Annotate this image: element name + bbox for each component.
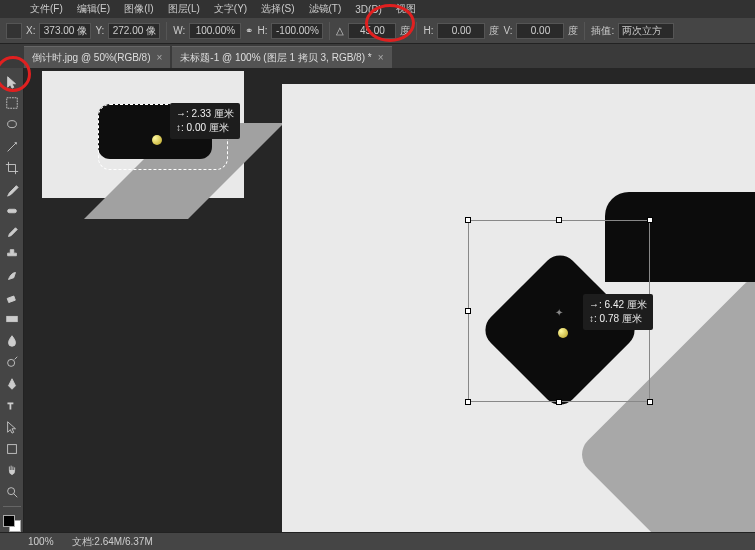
handle-top-mid[interactable]: [556, 217, 562, 223]
eraser-tool[interactable]: [2, 288, 22, 308]
menu-layer[interactable]: 图层(L): [168, 2, 200, 16]
svg-rect-0: [6, 98, 17, 109]
svg-rect-2: [7, 210, 16, 214]
tab-label: 未标题-1 @ 100% (图层 1 拷贝 3, RGB/8) *: [180, 51, 371, 65]
main-document[interactable]: ✦ →: 6.42 厘米 ↕: 0.78 厘米: [282, 84, 755, 532]
marquee-tool[interactable]: [2, 94, 22, 114]
zoom-tool[interactable]: [2, 482, 22, 502]
angle-input[interactable]: [348, 23, 396, 39]
svg-rect-3: [7, 296, 15, 303]
menu-select[interactable]: 选择(S): [261, 2, 294, 16]
canvas-area[interactable]: →: 2.33 厘米 ↕: 0.00 厘米 ✦: [24, 68, 755, 532]
toolbox: T: [0, 68, 24, 532]
vskew-input[interactable]: [516, 23, 564, 39]
close-icon[interactable]: ×: [378, 52, 384, 63]
measurement-tooltip: →: 6.42 厘米 ↕: 0.78 厘米: [583, 294, 653, 330]
tip-line2: ↕: 0.00 厘米: [176, 121, 234, 135]
history-brush-tool[interactable]: [2, 266, 22, 286]
stamp-tool[interactable]: [2, 245, 22, 265]
tab-doc1[interactable]: 倒计时.jpg @ 50%(RGB/8) ×: [24, 46, 170, 68]
y-label: Y:: [95, 25, 104, 36]
tabbar: 倒计时.jpg @ 50%(RGB/8) × 未标题-1 @ 100% (图层 …: [0, 44, 755, 68]
close-icon[interactable]: ×: [157, 52, 163, 63]
brush-tool[interactable]: [2, 223, 22, 243]
hskew-label: H:: [423, 25, 433, 36]
menu-edit[interactable]: 编辑(E): [77, 2, 110, 16]
y-input[interactable]: [108, 23, 160, 39]
deg2: 度: [489, 24, 499, 38]
blur-tool[interactable]: [2, 331, 22, 351]
svg-point-1: [7, 121, 16, 128]
menu-image[interactable]: 图像(I): [124, 2, 153, 16]
tab-doc2[interactable]: 未标题-1 @ 100% (图层 1 拷贝 3, RGB/8) * ×: [172, 46, 391, 68]
h-input[interactable]: [271, 23, 323, 39]
svg-point-8: [7, 487, 14, 494]
tip-line２: ↕: 0.78 厘米: [589, 312, 647, 326]
shape-tool[interactable]: [2, 439, 22, 459]
handle-bot-right[interactable]: [647, 399, 653, 405]
reference-point-icon[interactable]: [6, 23, 22, 39]
cursor-icon: [152, 135, 162, 145]
angle-icon: △: [336, 25, 344, 36]
handle-mid-left[interactable]: [465, 308, 471, 314]
link-icon[interactable]: ⚭: [245, 25, 253, 36]
menubar: 文件(F) 编辑(E) 图像(I) 图层(L) 文字(Y) 选择(S) 滤镜(T…: [0, 0, 755, 18]
statusbar: 100% 文档:2.64M/6.37M: [0, 532, 755, 550]
doc-size: 文档:2.64M/6.37M: [72, 535, 153, 549]
svg-point-5: [7, 360, 14, 367]
h-label: H:: [257, 25, 267, 36]
deg1: 度: [400, 24, 410, 38]
cursor-icon: [558, 328, 568, 338]
tip-line1: →: 6.42 厘米: [589, 298, 647, 312]
svg-rect-7: [7, 444, 16, 453]
pen-tool[interactable]: [2, 374, 22, 394]
hskew-input[interactable]: [437, 23, 485, 39]
hand-tool[interactable]: [2, 460, 22, 480]
type-tool[interactable]: T: [2, 396, 22, 416]
interp-label: 插值:: [591, 24, 614, 38]
svg-rect-4: [6, 317, 17, 322]
move-tool[interactable]: [2, 72, 22, 92]
x-label: X:: [26, 25, 35, 36]
handle-bot-left[interactable]: [465, 399, 471, 405]
crop-tool[interactable]: [2, 158, 22, 178]
eyedropper-tool[interactable]: [2, 180, 22, 200]
handle-top-right[interactable]: [647, 217, 653, 223]
color-swatch[interactable]: [3, 515, 21, 533]
lasso-tool[interactable]: [2, 115, 22, 135]
handle-bot-mid[interactable]: [556, 399, 562, 405]
svg-text:T: T: [7, 401, 13, 411]
x-input[interactable]: [39, 23, 91, 39]
path-tool[interactable]: [2, 417, 22, 437]
tab-label: 倒计时.jpg @ 50%(RGB/8): [32, 51, 151, 65]
w-input[interactable]: [189, 23, 241, 39]
center-point-icon: ✦: [555, 307, 563, 315]
zoom-level[interactable]: 100%: [28, 536, 54, 547]
menu-file[interactable]: 文件(F): [30, 2, 63, 16]
fg-color[interactable]: [3, 515, 15, 527]
options-bar: X: Y: W: ⚭ H: △ 度 H: 度 V: 度 插值: 两次立方: [0, 18, 755, 44]
interp-dropdown[interactable]: 两次立方: [618, 23, 674, 39]
heal-tool[interactable]: [2, 201, 22, 221]
deg3: 度: [568, 24, 578, 38]
menu-view[interactable]: 视图: [396, 2, 416, 16]
menu-filter[interactable]: 滤镜(T): [309, 2, 342, 16]
dodge-tool[interactable]: [2, 353, 22, 373]
thumbnail-document: →: 2.33 厘米 ↕: 0.00 厘米: [42, 71, 244, 198]
tip-line1: →: 2.33 厘米: [176, 107, 234, 121]
gradient-tool[interactable]: [2, 309, 22, 329]
measurement-tooltip: →: 2.33 厘米 ↕: 0.00 厘米: [170, 103, 240, 139]
wand-tool[interactable]: [2, 137, 22, 157]
w-label: W:: [173, 25, 185, 36]
menu-3d[interactable]: 3D(D): [355, 4, 382, 15]
handle-top-left[interactable]: [465, 217, 471, 223]
vskew-label: V:: [503, 25, 512, 36]
menu-type[interactable]: 文字(Y): [214, 2, 247, 16]
